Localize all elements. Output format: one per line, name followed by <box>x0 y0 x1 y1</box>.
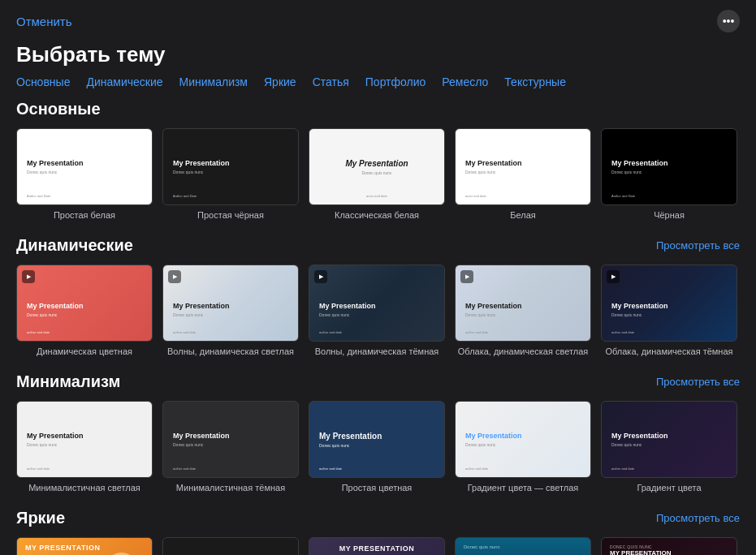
template-black[interactable]: My Presentation Donec quis nunc Author a… <box>601 128 737 220</box>
play-icon: ▶ <box>314 270 327 283</box>
thumb-author: Author and Date <box>611 194 635 198</box>
tab-article[interactable]: Статья <box>313 75 349 88</box>
play-icon: ▶ <box>168 270 181 283</box>
bright-text: MY PRESENTATION <box>318 544 436 553</box>
template-gradient-dark[interactable]: My Presentation Donec quis nunc author a… <box>601 401 737 493</box>
template-label: Волны, динамическая тёмная <box>315 346 439 356</box>
template-thumb-bright-5: DONEC QUIS NUNC MY PRESENTATION <box>601 537 737 555</box>
minimal-section-title: Минимализм <box>16 372 120 391</box>
thumb-title: My Presentation <box>611 159 668 168</box>
play-icon: ▶ <box>607 270 620 283</box>
thumb-inner: My Presentation Donec quis nunc autor an… <box>309 129 444 204</box>
bright-text: MY PRESENTATION <box>25 544 101 553</box>
thumb-subtitle: Donec quis nunc <box>465 170 495 174</box>
bright-section-header: Яркие Просмотреть все <box>16 509 740 527</box>
thumb-inner: ▶ My Presentation Donec quis nunc author… <box>456 265 590 341</box>
template-bright-3[interactable]: MY PRESENTATION <box>309 537 445 555</box>
template-label: Волны, динамическая светлая <box>167 346 294 356</box>
thumb-subtitle: Donec quis nunc <box>361 170 391 175</box>
bright-title: MY PRESENTATION <box>610 549 728 555</box>
thumb-author: author and date <box>27 330 50 334</box>
template-label: Чёрная <box>654 210 685 220</box>
template-minimal-light[interactable]: My Presentation Donec quis nunc author a… <box>16 401 153 493</box>
tab-bright[interactable]: Яркие <box>264 75 296 88</box>
thumb-inner: My Presentation Donec quis nunc author a… <box>309 402 444 477</box>
template-waves-light[interactable]: ▶ My Presentation Donec quis nunc author… <box>162 265 299 356</box>
template-minimal-dark[interactable]: My Presentation Donec quis nunc author a… <box>162 401 299 493</box>
dynamic-view-all-button[interactable]: Просмотреть все <box>656 239 740 252</box>
template-label: Простая белая <box>54 210 115 220</box>
bright-text: Donec quis nunc <box>464 544 500 549</box>
template-gradient-light[interactable]: My Presentation Donec quis nunc author a… <box>455 401 591 493</box>
thumb-subtitle: Donec quis nunc <box>611 442 642 447</box>
bright-view-all-button[interactable]: Просмотреть все <box>656 512 740 524</box>
template-label: Минималистичная тёмная <box>176 483 285 493</box>
template-thumb-classic-white: My Presentation Donec quis nunc autor an… <box>309 128 445 205</box>
thumb-subtitle: Donec quis nunc <box>27 312 57 317</box>
more-button[interactable]: ••• <box>717 10 740 32</box>
template-thumb-bright-2: MYPRESENTATION <box>162 537 299 555</box>
tab-textured[interactable]: Текстурные <box>504 75 566 88</box>
thumb-title: My Presentation <box>611 432 668 441</box>
template-bright-5[interactable]: DONEC QUIS NUNC MY PRESENTATION <box>601 537 737 555</box>
thumb-author: author and date <box>173 330 196 334</box>
template-waves-dark[interactable]: ▶ My Presentation Donec quis nunc author… <box>309 265 445 356</box>
thumb-author: author and date <box>319 467 342 471</box>
thumb-subtitle: Donec quis nunc <box>611 170 642 174</box>
dynamic-section-title: Динамические <box>16 236 133 255</box>
template-thumb-clouds-light: ▶ My Presentation Donec quis nunc author… <box>455 265 591 342</box>
template-white[interactable]: My Presentation Donec quis nunc autor an… <box>455 128 591 220</box>
thumb-author: author and date <box>611 467 634 471</box>
template-bright-1[interactable]: MY PRESENTATION Яркая 1 <box>16 537 153 555</box>
play-icon: ▶ <box>460 270 473 283</box>
thumb-subtitle: Donec quis nunc <box>173 170 203 174</box>
template-label: Облака, динамическая тёмная <box>605 346 732 356</box>
bright-templates-row: MY PRESENTATION Яркая 1 MYPRESENTATION M… <box>16 537 740 555</box>
template-thumb-gradient-dark: My Presentation Donec quis nunc author a… <box>601 401 737 478</box>
dynamic-section: Динамические Просмотреть все ▶ My Presen… <box>0 236 756 372</box>
cancel-button[interactable]: Отменить <box>16 15 72 28</box>
tab-minimalism[interactable]: Минимализм <box>179 75 248 88</box>
thumb-title: My Presentation <box>27 432 84 441</box>
thumb-subtitle: Donec quis nunc <box>27 442 57 447</box>
template-dynamic-pink[interactable]: ▶ My Presentation Donec quis nunc author… <box>16 265 153 356</box>
thumb-author: author and date <box>173 467 196 471</box>
thumb-author: Author and Date <box>173 194 197 198</box>
thumb-author: author and date <box>611 330 634 334</box>
thumb-title: My Presentation <box>611 302 668 311</box>
tab-basic[interactable]: Основные <box>16 75 70 88</box>
template-minimal-color[interactable]: My Presentation Donec quis nunc author a… <box>309 401 445 493</box>
template-bright-4[interactable]: Donec quis nunc <box>455 537 591 555</box>
thumb-subtitle: Donec quis nunc <box>611 312 642 317</box>
template-thumb-minimal-color: My Presentation Donec quis nunc author a… <box>309 401 445 478</box>
template-plain-white[interactable]: My Presentation Donec quis nunc Author a… <box>16 128 153 220</box>
tab-craft[interactable]: Ремесло <box>442 75 488 88</box>
template-plain-black[interactable]: My Presentation Donec quis nunc Author a… <box>162 128 299 220</box>
bright-title: MY PRESENTATION <box>318 544 436 553</box>
thumb-inner: ▶ My Presentation Donec quis nunc author… <box>163 265 298 341</box>
template-label: Простая цветная <box>342 483 413 493</box>
thumb-inner: ▶ My Presentation Donec quis nunc author… <box>17 265 152 341</box>
template-bright-2[interactable]: MYPRESENTATION <box>162 537 299 555</box>
template-classic-white[interactable]: My Presentation Donec quis nunc autor an… <box>309 128 445 220</box>
thumb-title: My Presentation <box>319 302 376 311</box>
minimal-view-all-button[interactable]: Просмотреть все <box>656 376 740 388</box>
tab-dynamic[interactable]: Динамические <box>86 75 162 88</box>
thumb-inner: My Presentation Donec quis nunc author a… <box>17 402 152 477</box>
thumb-inner: My Presentation Donec quis nunc author a… <box>602 402 737 477</box>
thumb-author: autor and date <box>465 194 486 198</box>
thumb-title: My Presentation <box>173 302 230 311</box>
template-clouds-light[interactable]: ▶ My Presentation Donec quis nunc author… <box>455 265 591 356</box>
more-icon: ••• <box>723 15 735 28</box>
template-clouds-dark[interactable]: ▶ My Presentation Donec quis nunc author… <box>601 265 737 356</box>
thumb-inner: My Presentation Donec quis nunc author a… <box>456 402 590 477</box>
dynamic-section-header: Динамические Просмотреть все <box>16 236 740 255</box>
thumb-subtitle: Donec quis nunc <box>27 170 57 174</box>
thumb-title: My Presentation <box>345 159 408 169</box>
thumb-inner: ▶ My Presentation Donec quis nunc author… <box>309 265 444 341</box>
thumb-title: My Presentation <box>319 432 382 441</box>
thumb-title: My Presentation <box>173 432 230 441</box>
thumb-title: My Presentation <box>173 159 230 168</box>
tab-portfolio[interactable]: Портфолио <box>365 75 426 88</box>
thumb-subtitle: Donec quis nunc <box>465 442 495 447</box>
